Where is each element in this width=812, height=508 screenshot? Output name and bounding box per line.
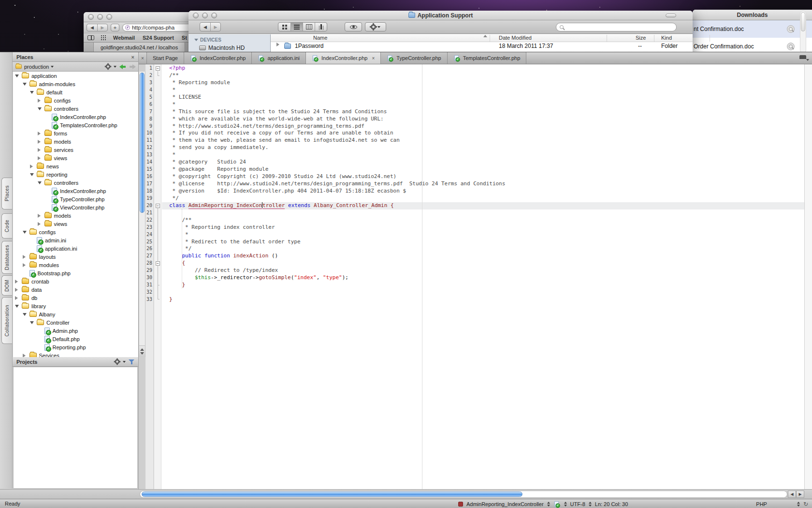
expand-arrow-icon[interactable] [38,222,44,226]
action-menu-button[interactable] [365,22,386,31]
encoding-indicator[interactable]: UTF-8 [570,501,585,507]
tree-file-IndexController.php[interactable]: IndexController.php [13,113,138,121]
scope-selector[interactable]: production [24,64,49,70]
tree-file-Default.php[interactable]: Default.php [13,335,138,343]
scroll-down-icon[interactable] [140,352,144,355]
code-editor[interactable]: 1234567891011121314151617181920212223242… [145,64,804,489]
zoom-window-button[interactable] [106,14,112,20]
column-header-name[interactable]: Name [313,35,327,41]
collapse-arrow-icon[interactable] [38,181,44,184]
expand-arrow-icon[interactable] [23,354,29,358]
reveal-in-finder-icon[interactable] [787,25,795,33]
navigate-forward-icon[interactable] [129,64,136,69]
rail-tab-dom[interactable]: DOM [1,275,12,296]
back-icon[interactable]: ◀ [200,23,210,31]
collapse-arrow-icon[interactable] [15,305,21,308]
projects-panel[interactable] [13,367,138,489]
tree-folder-services[interactable]: services [13,146,138,154]
search-input[interactable] [556,23,677,31]
sort-direction-icon[interactable] [483,35,487,37]
tree-folder-views[interactable]: views [13,154,138,162]
fold-minus-icon[interactable]: − [156,204,160,208]
tree-folder-Services[interactable]: Services [13,351,138,357]
tree-file-admin.ini[interactable]: admin.ini [13,236,138,244]
editor-tab-typecontroller-php[interactable]: TypeController.php [381,52,447,64]
editor-horizontal-scrollbar[interactable] [140,491,787,498]
tree-folder-Albany[interactable]: Albany [13,310,138,318]
tree-folder-layouts[interactable]: layouts [13,253,138,261]
minimize-window-button[interactable] [97,14,103,20]
column-header-date[interactable]: Date Modified [499,35,532,41]
tree-folder-db[interactable]: db [13,294,138,302]
close-panel-icon[interactable]: × [131,54,134,60]
projects-gear-icon[interactable] [115,359,120,364]
tree-folder-library[interactable]: library [13,302,138,310]
symbol-stepper-icon[interactable] [547,502,550,507]
tree-folder-default[interactable]: default [13,88,138,96]
expand-arrow-icon[interactable] [23,263,29,267]
collapse-arrow-icon[interactable] [15,75,21,77]
expand-arrow-icon[interactable] [38,140,44,144]
encoding-stepper-icon[interactable] [589,502,592,507]
sync-icon[interactable]: ↻ [803,501,808,508]
tree-file-Admin.php[interactable]: Admin.php [13,327,138,335]
editor-vertical-scrollbar[interactable] [804,64,812,489]
downloads-scroll-thumb[interactable] [801,12,805,31]
expand-arrow-icon[interactable] [38,214,44,218]
fold-minus-icon[interactable]: − [156,66,160,71]
tree-folder-controllers[interactable]: controllers [13,179,138,187]
tree-file-IndexController.php[interactable]: IndexController.php [13,187,138,195]
tree-folder-controllers[interactable]: controllers [13,105,138,113]
rail-tab-code[interactable]: Code [1,213,12,239]
column-header-kind[interactable]: Kind [661,35,672,41]
sidebar-item-macintosh-hd[interactable]: Macintosh HD [188,44,270,52]
tree-folder-models[interactable]: models [13,137,138,146]
tree-folder-admin-modules[interactable]: admin-modules [13,80,138,88]
navigate-back-icon[interactable] [119,64,126,69]
tree-folder-crontab[interactable]: crontab [13,277,138,285]
editor-tab-templatescontroller-php[interactable]: TemplatesController.php [448,52,527,64]
coverflow-view-button[interactable] [315,23,327,31]
hscroll-thumb[interactable] [142,492,522,497]
tree-folder-modules[interactable]: modules [13,261,138,269]
reveal-in-finder-icon[interactable] [787,43,795,50]
expand-arrow-icon[interactable] [15,280,21,284]
column-header-size[interactable]: Size [636,35,646,41]
expand-arrow-icon[interactable] [15,296,21,300]
rail-tab-collaboration[interactable]: Collaboration [1,297,12,344]
tree-folder-models[interactable]: models [13,211,138,220]
tree-scroll-thumb[interactable] [140,73,145,213]
close-pane-icon[interactable]: × [139,52,146,64]
column-view-button[interactable] [303,23,315,31]
editor-tab-start-page[interactable]: Start Page [146,52,184,64]
tree-folder-news[interactable]: news [13,162,138,170]
tree-folder-data[interactable]: data [13,285,138,294]
tree-file-TemplatesController.php[interactable]: TemplatesController.php [13,121,138,129]
new-tab-button[interactable]: + [111,24,119,31]
tree-folder-Controller[interactable]: Controller [13,318,138,327]
table-row[interactable]: 1Password18 March 2011 17:37--Folder [271,42,693,50]
back-icon[interactable]: ◀ [87,24,97,31]
tree-folder-forms[interactable]: forms [13,129,138,137]
list-view-button[interactable] [290,23,303,31]
bookmark-item[interactable]: Webmail [113,35,135,41]
tree-folder-configs[interactable]: configs [13,228,138,236]
scroll-right-icon[interactable]: ▶ [796,491,804,498]
downloads-scrollbar[interactable] [800,11,806,53]
expand-arrow-icon[interactable] [23,255,29,259]
filter-icon[interactable] [129,359,134,364]
browser-nav-buttons[interactable]: ◀▶ [87,24,108,31]
close-tab-icon[interactable]: × [372,56,375,61]
collapse-arrow-icon[interactable] [30,91,36,94]
tree-scrollbar[interactable] [139,72,145,357]
tree-file-TypeController.php[interactable]: TypeController.php [13,195,138,203]
expand-arrow-icon[interactable] [38,99,44,103]
forward-icon[interactable]: ▶ [210,23,220,31]
expand-arrow-icon[interactable] [38,132,44,135]
tree-folder-application[interactable]: application [13,72,138,80]
editor-tab-application-ini[interactable]: application.ini [252,52,306,64]
bookmark-item[interactable]: St [182,35,187,41]
scroll-up-icon[interactable] [140,348,144,351]
places-gear-icon[interactable] [106,64,111,69]
code-content[interactable]: <?php/** * Reporting module * * LICENSE … [162,64,804,489]
